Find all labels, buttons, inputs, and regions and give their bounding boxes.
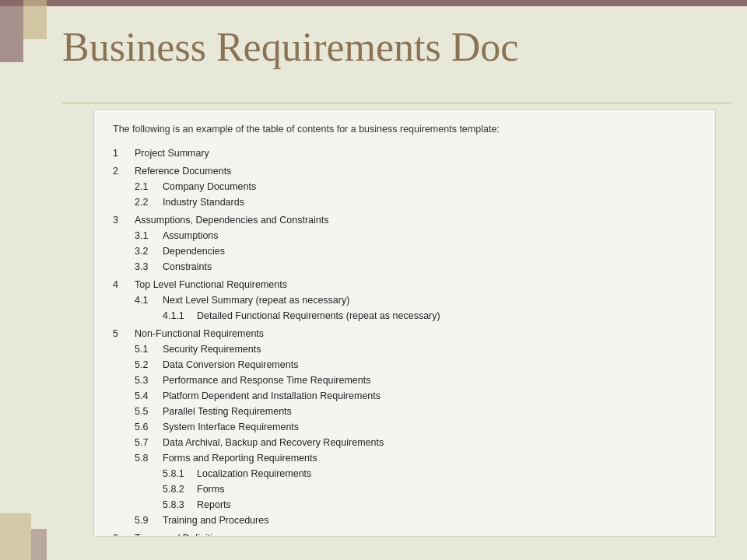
subsubsection-label: Reports <box>197 497 696 513</box>
toc-container: 1 Project Summary 2 Reference Documents … <box>113 145 696 537</box>
toc-section-1: 1 Project Summary <box>113 145 696 161</box>
subsubsection-label: Localization Requirements <box>197 466 696 481</box>
subsubsection-num: 5.8.3 <box>163 497 197 513</box>
section-num: 1 <box>113 145 135 161</box>
corner-accent-bottom-left <box>0 513 62 560</box>
section-5-9: 5.9 Training and Procedures <box>113 513 696 528</box>
section-5-5: 5.5 Parallel Testing Requirements <box>113 404 696 419</box>
subsection-label: Training and Procedures <box>163 513 696 528</box>
toc-section-4: 4 Top Level Functional Requirements 4.1 … <box>113 277 696 324</box>
subsubsection-num: 5.8.2 <box>163 481 197 497</box>
section-6-header: 6 Terms and Definitions <box>113 530 696 537</box>
section-num: 4 <box>113 277 135 292</box>
subsubsection-num: 5.8.1 <box>163 466 197 481</box>
section-label: Terms and Definitions <box>135 530 696 537</box>
subsection-label: Platform Dependent and Installation Requ… <box>163 388 696 404</box>
subsection-num: 3.1 <box>135 228 163 243</box>
subsection-num: 5.1 <box>135 341 163 357</box>
section-2-2: 2.2 Industry Standards <box>113 194 696 210</box>
toc-section-5: 5 Non-Functional Requirements 5.1 Securi… <box>113 326 696 528</box>
subsection-label: Performance and Response Time Requiremen… <box>163 373 696 388</box>
subsection-num: 5.4 <box>135 388 163 404</box>
toc-section-3: 3 Assumptions, Dependencies and Constrai… <box>113 212 696 275</box>
subsection-label: Industry Standards <box>163 194 696 210</box>
subsection-num: 5.3 <box>135 373 163 388</box>
section-5-3: 5.3 Performance and Response Time Requir… <box>113 373 696 388</box>
content-box: The following is an example of the table… <box>93 109 716 537</box>
section-4-header: 4 Top Level Functional Requirements <box>113 277 696 292</box>
section-5-8-1: 5.8.1 Localization Requirements <box>113 466 696 481</box>
section-num: 3 <box>113 212 135 228</box>
section-num: 5 <box>113 326 135 341</box>
section-4-1-1: 4.1.1 Detailed Functional Requirements (… <box>113 308 696 324</box>
section-label: Assumptions, Dependencies and Constraint… <box>135 212 696 228</box>
toc-section-6: 6 Terms and Definitions 6.1 Documentatio… <box>113 530 696 537</box>
section-num: 2 <box>113 163 135 179</box>
section-label: Top Level Functional Requirements <box>135 277 696 292</box>
subsection-label: Constraints <box>163 259 696 275</box>
section-3-2: 3.2 Dependencies <box>113 243 696 259</box>
section-5-header: 5 Non-Functional Requirements <box>113 326 696 341</box>
subsubsection-label: Forms <box>197 481 696 497</box>
section-5-2: 5.2 Data Conversion Requirements <box>113 357 696 373</box>
subsection-num: 2.2 <box>135 194 163 210</box>
subsubsection-num: 4.1.1 <box>163 308 197 324</box>
section-5-8-3: 5.8.3 Reports <box>113 497 696 513</box>
section-5-6: 5.6 System Interface Requirements <box>113 419 696 435</box>
section-5-8: 5.8 Forms and Reporting Requirements <box>113 450 696 466</box>
section-label: Non-Functional Requirements <box>135 326 696 341</box>
subsection-label: Parallel Testing Requirements <box>163 404 696 419</box>
section-num: 6 <box>113 530 135 537</box>
subsection-num: 5.2 <box>135 357 163 373</box>
toc-section-2: 2 Reference Documents 2.1 Company Docume… <box>113 163 696 210</box>
subsection-label: Security Requirements <box>163 341 696 357</box>
section-5-4: 5.4 Platform Dependent and Installation … <box>113 388 696 404</box>
subsection-num: 4.1 <box>135 292 163 308</box>
section-label: Project Summary <box>135 145 696 161</box>
section-3-1: 3.1 Assumptions <box>113 228 696 243</box>
subsection-label: Dependencies <box>163 243 696 259</box>
section-3-3: 3.3 Constraints <box>113 259 696 275</box>
top-border-accent <box>0 0 747 6</box>
intro-text: The following is an example of the table… <box>113 124 696 135</box>
subsection-label: Forms and Reporting Requirements <box>163 450 696 466</box>
subsection-num: 5.9 <box>135 513 163 528</box>
subsection-num: 5.8 <box>135 450 163 466</box>
subsection-num: 2.1 <box>135 179 163 194</box>
title-area: Business Requirements Doc <box>62 16 731 72</box>
title-rule <box>62 103 731 103</box>
section-5-8-2: 5.8.2 Forms <box>113 481 696 497</box>
subsection-label: Data Archival, Backup and Recovery Requi… <box>163 435 696 450</box>
subsection-label: Company Documents <box>163 179 696 194</box>
subsection-label: Next Level Summary (repeat as necessary) <box>163 292 696 308</box>
subsection-num: 3.3 <box>135 259 163 275</box>
section-3-header: 3 Assumptions, Dependencies and Constrai… <box>113 212 696 228</box>
subsection-label: Data Conversion Requirements <box>163 357 696 373</box>
section-label: Reference Documents <box>135 163 696 179</box>
subsection-num: 3.2 <box>135 243 163 259</box>
subsection-label: Assumptions <box>163 228 696 243</box>
subsection-num: 5.7 <box>135 435 163 450</box>
section-2-header: 2 Reference Documents <box>113 163 696 179</box>
subsection-label: System Interface Requirements <box>163 419 696 435</box>
page-title: Business Requirements Doc <box>62 16 731 72</box>
subsection-num: 5.6 <box>135 419 163 435</box>
subsection-num: 5.5 <box>135 404 163 419</box>
section-4-1: 4.1 Next Level Summary (repeat as necess… <box>113 292 696 308</box>
subsubsection-label: Detailed Functional Requirements (repeat… <box>197 308 696 324</box>
section-2-1: 2.1 Company Documents <box>113 179 696 194</box>
corner-accent-top-left <box>0 0 47 93</box>
section-5-7: 5.7 Data Archival, Backup and Recovery R… <box>113 435 696 450</box>
section-5-1: 5.1 Security Requirements <box>113 341 696 357</box>
